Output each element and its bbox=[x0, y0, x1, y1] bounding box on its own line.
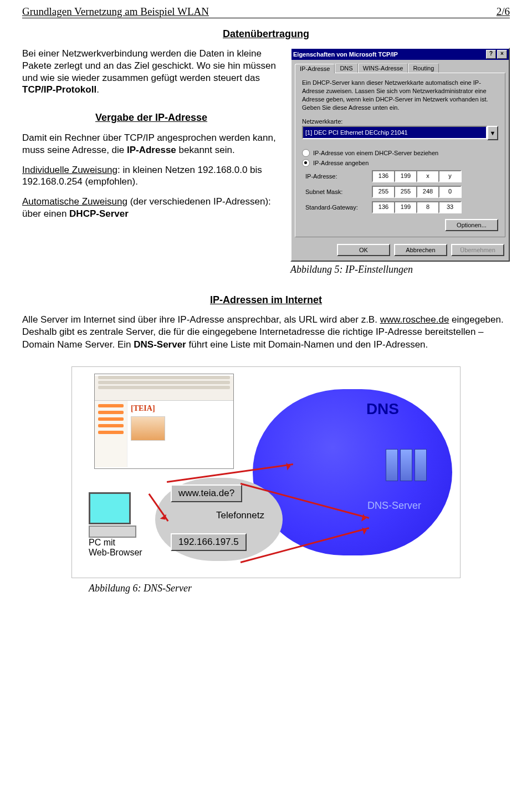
tab-routing[interactable]: Routing bbox=[408, 63, 439, 73]
ip-box: 192.166.197.5 bbox=[171, 533, 247, 551]
tab-ip-adresse[interactable]: IP-Adresse bbox=[295, 64, 335, 73]
para-ip-1: Damit ein Rechner über TCP/IP angesproch… bbox=[22, 132, 280, 156]
pc-icon: PC mit Web-Browser bbox=[89, 492, 155, 558]
para-dns: Alle Server im Internet sind über ihre I… bbox=[22, 314, 510, 350]
nic-value: [1] DEC PCI Ethernet DECchip 21041 bbox=[305, 129, 408, 136]
figure6-caption: Abbildung 6: DNS-Server bbox=[89, 583, 510, 594]
gateway-input[interactable]: 136 199 8 33 bbox=[372, 201, 498, 213]
dialog-title: Eigenschaften von Microsoft TCP/IP bbox=[293, 51, 485, 58]
telefonnetz-label: Telefonnetz bbox=[216, 510, 264, 521]
options-button[interactable]: Optionen... bbox=[445, 219, 498, 231]
dns-server-label: DNS-Server bbox=[367, 500, 421, 512]
close-icon[interactable]: × bbox=[497, 50, 507, 59]
nic-label: Netzwerkkarte: bbox=[302, 118, 498, 125]
figure5-caption: Abbildung 5: IP-Einstellungen bbox=[290, 264, 510, 275]
tab-dns[interactable]: DNS bbox=[335, 63, 357, 73]
ip-input[interactable]: 136 199 x y bbox=[372, 170, 498, 182]
tab-wins[interactable]: WINS-Adresse bbox=[358, 63, 408, 73]
apply-button[interactable]: Übernehmen bbox=[451, 244, 504, 256]
mask-input[interactable]: 255 255 248 0 bbox=[372, 186, 498, 198]
page-header: Grundlagen Vernetzung am Beispiel WLAN 2… bbox=[22, 6, 510, 18]
mask-label: Subnet Mask: bbox=[305, 188, 366, 195]
para-ip-2: Individuelle Zuweisung: in kleinen Netze… bbox=[22, 164, 280, 188]
para-datenuebertragung: Bei einer Netzwerkverbindung werden die … bbox=[22, 48, 280, 96]
dns-label: DNS bbox=[366, 400, 399, 418]
teia-logo: [TEIA] bbox=[131, 404, 230, 413]
ip-label: IP-Adresse: bbox=[305, 173, 366, 180]
help-icon[interactable]: ? bbox=[486, 50, 496, 59]
section-ip-vergabe: Vergabe der IP-Adresse bbox=[22, 111, 280, 124]
cancel-button[interactable]: Abbrechen bbox=[394, 244, 447, 256]
section-ip-internet: IP-Adressen im Internet bbox=[22, 294, 510, 306]
doc-title: Grundlagen Vernetzung am Beispiel WLAN bbox=[22, 6, 209, 18]
radio-icon bbox=[302, 149, 310, 157]
ok-button[interactable]: OK bbox=[337, 244, 390, 256]
server-rack-icon bbox=[386, 449, 427, 481]
nic-dropdown[interactable]: [1] DEC PCI Ethernet DECchip 21041 ▼ bbox=[302, 126, 498, 140]
dns-diagram: [TEIA] DNS www.teia.de? Telefonnetz 192.… bbox=[71, 366, 461, 578]
page-number: 2/6 bbox=[497, 6, 510, 18]
dialog-hint: Ein DHCP-Server kann dieser Netzwerkkart… bbox=[302, 79, 498, 111]
url-box: www.teia.de? bbox=[171, 484, 242, 502]
gateway-label: Standard-Gateway: bbox=[305, 204, 366, 211]
radio-dhcp[interactable]: IP-Adresse von einem DHCP-Server beziehe… bbox=[302, 149, 498, 157]
para-ip-3: Automatische Zuweisung (der verschiedene… bbox=[22, 196, 280, 220]
dialog-titlebar[interactable]: Eigenschaften von Microsoft TCP/IP ? × bbox=[291, 49, 509, 60]
chevron-down-icon[interactable]: ▼ bbox=[487, 126, 498, 140]
browser-window-icon: [TEIA] bbox=[94, 374, 234, 469]
section-datenuebertragung: Datenübertragung bbox=[22, 28, 510, 40]
radio-icon bbox=[302, 159, 310, 167]
tcpip-properties-dialog: Eigenschaften von Microsoft TCP/IP ? × I… bbox=[290, 48, 510, 262]
radio-manual[interactable]: IP-Adresse angeben bbox=[302, 159, 498, 167]
